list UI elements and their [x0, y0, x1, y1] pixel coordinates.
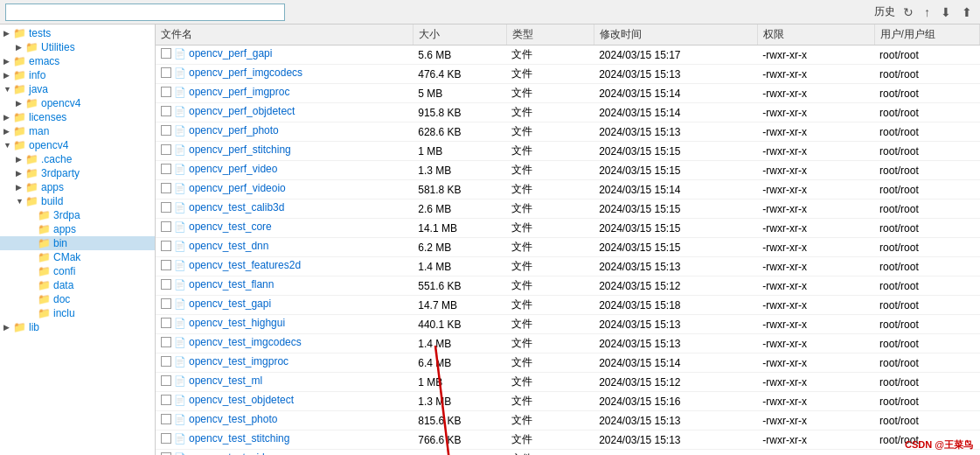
table-row[interactable]: 📄opencv_perf_objdetect915.8 KB文件2024/03/… [156, 103, 980, 122]
sidebar-item-emacs[interactable]: ▶📁emacs [0, 54, 155, 68]
table-row[interactable]: 📄opencv_test_dnn6.2 MB文件2024/03/15 15:15… [156, 238, 980, 257]
table-row[interactable]: 📄opencv_perf_imgproc5 MB文件2024/03/15 15:… [156, 84, 980, 103]
file-list-panel[interactable]: 文件名 大小 类型 修改时间 权限 用户/用户组 📄opencv_perf_ga… [156, 24, 980, 455]
sidebar-item-java[interactable]: ▼📁java [0, 82, 155, 96]
sidebar-item-tests[interactable]: ▶📁tests [0, 26, 155, 40]
table-row[interactable]: 📄opencv_perf_gapi5.6 MB文件2024/03/15 15:1… [156, 46, 980, 65]
table-row[interactable]: 📄opencv_perf_imgcodecs476.4 KB文件2024/03/… [156, 65, 980, 84]
sidebar-item-apps[interactable]: ▶📁apps [0, 180, 155, 194]
table-row[interactable]: 📄opencv_test_flann551.6 KB文件2024/03/15 1… [156, 276, 980, 296]
file-name: opencv_perf_videoio [189, 182, 286, 194]
table-row[interactable]: 📄opencv_test_ml1 MB文件2024/03/15 15:12-rw… [156, 373, 980, 392]
file-icon: 📄 [174, 144, 186, 156]
file-user: root/root [874, 334, 979, 354]
sidebar-item-CMak[interactable]: 📁CMak [0, 250, 155, 264]
file-checkbox[interactable] [161, 279, 171, 290]
file-checkbox[interactable] [161, 183, 171, 193]
file-date: 2024/03/15 15:15 [594, 450, 757, 456]
sidebar-item-licenses[interactable]: ▶📁licenses [0, 110, 155, 124]
file-checkbox[interactable] [161, 125, 171, 136]
file-icon: 📄 [174, 125, 186, 136]
upload-button[interactable]: ⬆ [959, 5, 975, 19]
file-icon: 📄 [174, 67, 186, 79]
table-row[interactable]: 📄opencv_test_gapi14.7 MB文件2024/03/15 15:… [156, 296, 980, 315]
file-checkbox[interactable] [161, 106, 171, 116]
sidebar-item-doc[interactable]: 📁doc [0, 292, 155, 306]
file-checkbox[interactable] [161, 298, 171, 309]
file-checkbox[interactable] [161, 164, 171, 174]
file-checkbox[interactable] [161, 414, 171, 424]
table-row[interactable]: 📄opencv_test_features2d1.4 MB文件2024/03/1… [156, 257, 980, 276]
address-input[interactable]: /usr/local/share/opencv4/build/bin [5, 4, 285, 21]
folder-icon: 📁 [13, 321, 26, 333]
table-row[interactable]: 📄opencv_test_objdetect1.3 MB文件2024/03/15… [156, 392, 980, 411]
file-date: 2024/03/15 15:18 [594, 296, 757, 315]
file-checkbox[interactable] [161, 337, 171, 347]
sidebar-item-cache[interactable]: ▶📁.cache [0, 152, 155, 166]
up-button[interactable]: ↑ [921, 5, 933, 19]
file-type: 文件 [506, 142, 594, 161]
table-row[interactable]: 📄opencv_test_stitching766.6 KB文件2024/03/… [156, 430, 980, 450]
file-icon: 📄 [174, 337, 186, 348]
sidebar-item-opencv4[interactable]: ▼📁opencv4 [0, 138, 155, 152]
file-user: root/root [874, 142, 979, 161]
file-checkbox[interactable] [161, 202, 171, 213]
table-row[interactable]: 📄opencv_test_calib3d2.6 MB文件2024/03/15 1… [156, 200, 980, 219]
folder-icon: 📁 [13, 83, 26, 95]
table-row[interactable]: 📄opencv_test_imgcodecs1.4 MB文件2024/03/15… [156, 334, 980, 354]
table-row[interactable]: 📄opencv_perf_stitching1 MB文件2024/03/15 1… [156, 142, 980, 161]
table-row[interactable]: 📄opencv_test_highgui440.1 KB文件2024/03/15… [156, 315, 980, 334]
file-size: 815.6 KB [413, 411, 506, 430]
file-type: 文件 [506, 46, 594, 65]
sidebar-item-opencv4-java[interactable]: ▶📁opencv4 [0, 96, 155, 110]
sidebar-item-build[interactable]: ▼📁build [0, 194, 155, 208]
table-row[interactable]: 📄opencv_test_core14.1 MB文件2024/03/15 15:… [156, 219, 980, 238]
table-row[interactable]: 📄opencv_perf_videoio581.8 KB文件2024/03/15… [156, 180, 980, 200]
sidebar-item-inclu[interactable]: 📁inclu [0, 306, 155, 320]
tree-label: opencv4 [29, 139, 68, 151]
file-checkbox[interactable] [161, 48, 171, 59]
file-perm: -rwxr-xr-x [757, 219, 874, 238]
sidebar-item-3rdpa[interactable]: 📁3rdpa [0, 208, 155, 222]
folder-icon: 📁 [13, 27, 26, 39]
file-checkbox[interactable] [161, 260, 171, 270]
file-type: 文件 [506, 65, 594, 84]
sidebar-item-man[interactable]: ▶📁man [0, 124, 155, 138]
tree-label: licenses [29, 111, 66, 123]
file-checkbox[interactable] [161, 67, 171, 78]
table-row[interactable]: 📄opencv_perf_video1.3 MB文件2024/03/15 15:… [156, 161, 980, 180]
file-name: opencv_test_dnn [189, 240, 268, 252]
refresh-button[interactable]: ↻ [900, 5, 916, 19]
sidebar-item-apps2[interactable]: 📁apps [0, 222, 155, 236]
file-checkbox[interactable] [161, 375, 171, 386]
tree-label: Utilities [41, 41, 75, 53]
file-icon: 📄 [174, 221, 186, 233]
file-checkbox[interactable] [161, 356, 171, 367]
folder-icon: 📁 [25, 167, 38, 179]
table-row[interactable]: 📄opencv_test_video1.2 MB文件2024/03/15 15:… [156, 450, 980, 456]
history-label[interactable]: 历史 [874, 4, 895, 19]
file-size: 5.6 MB [413, 46, 506, 65]
sidebar-item-lib[interactable]: ▶📁lib [0, 320, 155, 334]
table-row[interactable]: 📄opencv_test_photo815.6 KB文件2024/03/15 1… [156, 411, 980, 430]
file-checkbox[interactable] [161, 87, 171, 97]
sidebar-item-confi[interactable]: 📁confi [0, 264, 155, 278]
file-checkbox[interactable] [161, 433, 171, 444]
sidebar-item-3rdparty[interactable]: ▶📁3rdparty [0, 166, 155, 180]
sidebar-item-info[interactable]: ▶📁info [0, 68, 155, 82]
file-checkbox[interactable] [161, 318, 171, 328]
file-checkbox[interactable] [161, 395, 171, 405]
file-type: 文件 [506, 103, 594, 122]
download-button[interactable]: ⬇ [938, 5, 954, 19]
file-checkbox[interactable] [161, 221, 171, 232]
file-size: 1.4 MB [413, 334, 506, 354]
tree-label: doc [53, 293, 70, 305]
table-row[interactable]: 📄opencv_perf_photo628.6 KB文件2024/03/15 1… [156, 122, 980, 142]
file-checkbox[interactable] [161, 241, 171, 251]
sidebar-item-bin[interactable]: 📁bin [0, 236, 155, 250]
file-checkbox[interactable] [161, 144, 171, 155]
file-name: opencv_perf_imgcodecs [189, 66, 302, 79]
sidebar-item-data[interactable]: 📁data [0, 278, 155, 292]
sidebar-item-utilities[interactable]: ▶📁Utilities [0, 40, 155, 54]
table-row[interactable]: 📄opencv_test_imgproc6.4 MB文件2024/03/15 1… [156, 354, 980, 373]
